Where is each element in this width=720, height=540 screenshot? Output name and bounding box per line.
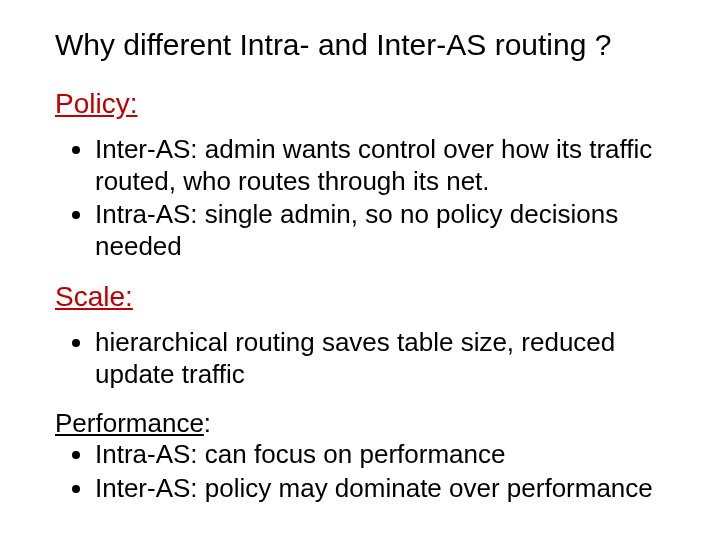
list-item: Inter-AS: admin wants control over how i… <box>95 134 670 197</box>
section-heading-policy: Policy: <box>55 88 670 120</box>
list-item: Intra-AS: can focus on performance <box>95 439 670 471</box>
list-item: hierarchical routing saves table size, r… <box>95 327 670 390</box>
list-item: Inter-AS: policy may dominate over perfo… <box>95 473 670 505</box>
colon: : <box>204 408 211 439</box>
scale-list: hierarchical routing saves table size, r… <box>55 327 670 390</box>
performance-label: Performance <box>55 408 204 438</box>
list-item: Intra-AS: single admin, so no policy dec… <box>95 199 670 262</box>
section-heading-performance: Performance: <box>55 408 670 439</box>
slide-title: Why different Intra- and Inter-AS routin… <box>55 28 670 62</box>
performance-list: Intra-AS: can focus on performance Inter… <box>55 439 670 504</box>
section-heading-scale: Scale: <box>55 281 670 313</box>
slide: Why different Intra- and Inter-AS routin… <box>0 0 720 540</box>
policy-list: Inter-AS: admin wants control over how i… <box>55 134 670 263</box>
